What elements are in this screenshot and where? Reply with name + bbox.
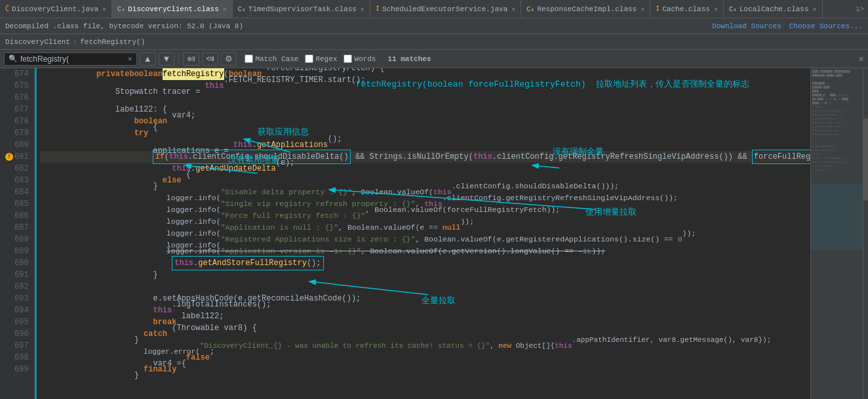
breadcrumb-discovery-client[interactable]: DiscoveryClient bbox=[5, 38, 70, 46]
search-clear-button[interactable]: ✕ bbox=[128, 54, 132, 63]
line-num-687: 687 bbox=[5, 222, 29, 234]
breadcrumb-bar: DiscoveryClient › fetchRegistry() bbox=[0, 34, 868, 50]
line-num-680: 680 bbox=[5, 139, 29, 151]
line-num-690: 690 bbox=[5, 257, 29, 269]
line-num-696: 696 bbox=[5, 328, 29, 340]
info-bar: Decompiled .class file, bytecode version… bbox=[0, 18, 868, 34]
tab-timed-class[interactable]: C₄ TimedSupervisorTask.class ✕ bbox=[233, 0, 370, 18]
regex-option[interactable]: Regex bbox=[305, 54, 337, 63]
info-bar-actions: Download Sources Choose Sources... bbox=[712, 22, 863, 30]
java-icon-2: I bbox=[376, 5, 380, 12]
search-separator bbox=[178, 54, 179, 64]
highlight-box-store: this.getAndStoreFullRegistry(); bbox=[172, 256, 323, 270]
code-line-694: this.logTotalInstances(); bbox=[40, 304, 810, 316]
line-num-698: 698 bbox=[5, 352, 29, 364]
tab-close-2[interactable]: ✕ bbox=[361, 5, 365, 13]
code-line-677: label122: { bbox=[40, 104, 810, 116]
line-num-675: 675 bbox=[5, 80, 29, 92]
search-input[interactable] bbox=[20, 54, 125, 64]
line-num-677: 677 bbox=[5, 104, 29, 116]
tab-response-class[interactable]: C₄ ResponseCacheImpl.class ✕ bbox=[521, 0, 650, 18]
search-matches: 11 matches bbox=[387, 55, 431, 63]
code-editor[interactable]: private boolean fetchRegistry(boolean fo… bbox=[35, 68, 810, 399]
regex-checkbox[interactable] bbox=[305, 54, 313, 63]
line-num-695: 695 bbox=[5, 316, 29, 328]
tab-close-1[interactable]: ✕ bbox=[223, 5, 227, 13]
line-num-691: 691 bbox=[5, 269, 29, 281]
search-find-usages-button[interactable]: ⊕Ⅱ bbox=[183, 52, 199, 66]
search-bar: 🔍 ✕ ▲ ▼ ⊕Ⅱ ⟲Ⅱ ⚙ Match Case Regex Words 1… bbox=[0, 50, 868, 68]
line-num-689: 689 bbox=[5, 245, 29, 257]
tab-scheduled-java[interactable]: I ScheduledExecutorService.java ✕ bbox=[370, 0, 521, 18]
code-line-693: e.setAppsHashCode(e.getReconcileHashCode… bbox=[40, 293, 810, 304]
warning-icon-681: ! bbox=[5, 153, 13, 161]
breadcrumb-sep: › bbox=[73, 37, 77, 47]
line-num-674: 674 bbox=[5, 68, 29, 80]
line-num-681: !681 bbox=[5, 151, 29, 163]
class-icon-3: C₄ bbox=[526, 5, 534, 13]
tab-close-4[interactable]: ✕ bbox=[641, 5, 644, 13]
highlight-box-force: forceFullRegistryFetch bbox=[752, 150, 810, 164]
line-num-686: 686 bbox=[5, 210, 29, 222]
line-num-697: 697 bbox=[5, 340, 29, 352]
mini-scrollbar: ████ ████████ ██████████ ████████ █████ … bbox=[810, 68, 863, 399]
mini-map-content: ████ ████████ ██████████ ████████ █████ … bbox=[811, 68, 863, 399]
tab-overflow[interactable]: 1> bbox=[852, 5, 868, 13]
code-line-675: Stopwatch tracer = this.FETCH_REGISTRY_T… bbox=[40, 80, 810, 92]
download-sources-link[interactable]: Download Sources bbox=[712, 22, 781, 30]
tab-bar: C̈ DiscoveryClient.java ✕ C₄ DiscoveryCl… bbox=[0, 0, 868, 18]
search-settings-button[interactable]: ⚙ bbox=[221, 52, 237, 66]
line-num-682: 682 bbox=[5, 163, 29, 175]
class-icon: C₄ bbox=[117, 5, 125, 13]
search-close-button[interactable]: ✕ bbox=[859, 53, 864, 64]
highlight-box-if: if(this.clientConfig.shouldDisableDelta(… bbox=[153, 150, 350, 164]
editor-container: 674 675 676 677 678 679 680 !681 682 683… bbox=[0, 68, 868, 399]
scrollbar-thumb[interactable] bbox=[863, 118, 868, 201]
choose-sources-link[interactable]: Choose Sources... bbox=[789, 22, 863, 30]
interface-icon: I bbox=[656, 5, 660, 12]
code-line-699: } finally { bbox=[40, 364, 810, 375]
tab-local-class[interactable]: C₄ LocalCache.class ✕ bbox=[724, 0, 823, 18]
line-num-693: 693 bbox=[5, 293, 29, 304]
search-next-button[interactable]: ▼ bbox=[159, 52, 175, 66]
search-options: Match Case Regex Words 11 matches bbox=[245, 54, 431, 63]
search-icon: 🔍 bbox=[9, 54, 18, 63]
line-numbers: 674 675 676 677 678 679 680 !681 682 683… bbox=[0, 68, 35, 399]
tab-cache-class[interactable]: I Cache.class ✕ bbox=[650, 0, 724, 18]
line-num-699: 699 bbox=[5, 364, 29, 375]
line-num-692: 692 bbox=[5, 281, 29, 293]
class-icon-4: C₄ bbox=[729, 5, 737, 13]
words-option[interactable]: Words bbox=[344, 54, 376, 63]
decompile-info: Decompiled .class file, bytecode version… bbox=[5, 22, 243, 30]
match-case-option[interactable]: Match Case bbox=[245, 54, 298, 63]
tab-discovery-java[interactable]: C̈ DiscoveryClient.java ✕ bbox=[0, 0, 112, 18]
code-lines: private boolean fetchRegistry(boolean fo… bbox=[35, 68, 810, 399]
search-replace-button[interactable]: ⟲Ⅱ bbox=[202, 52, 218, 66]
line-num-683: 683 bbox=[5, 175, 29, 186]
line-num-685: 685 bbox=[5, 198, 29, 210]
breadcrumb-fetch-registry[interactable]: fetchRegistry() bbox=[80, 38, 145, 46]
tab-close-3[interactable]: ✕ bbox=[511, 5, 515, 13]
line-num-676: 676 bbox=[5, 92, 29, 104]
tab-close-0[interactable]: ✕ bbox=[102, 5, 106, 13]
scrollbar-track[interactable] bbox=[863, 68, 868, 399]
search-input-wrap[interactable]: 🔍 ✕ bbox=[4, 52, 137, 66]
match-case-checkbox[interactable] bbox=[245, 54, 253, 63]
code-line-691: } bbox=[40, 269, 810, 281]
search-prev-button[interactable]: ▲ bbox=[140, 52, 156, 66]
line-num-684: 684 bbox=[5, 186, 29, 198]
java-icon: C̈ bbox=[5, 5, 9, 13]
code-line-695: break label122; bbox=[40, 316, 810, 328]
tab-close-5[interactable]: ✕ bbox=[714, 5, 718, 13]
line-num-694: 694 bbox=[5, 304, 29, 316]
tab-discovery-class[interactable]: C₄ DiscoveryClient.class ✕ bbox=[112, 0, 233, 18]
line-num-678: 678 bbox=[5, 116, 29, 127]
tab-close-6[interactable]: ✕ bbox=[813, 5, 817, 13]
line-num-679: 679 bbox=[5, 127, 29, 139]
line-num-688: 688 bbox=[5, 234, 29, 245]
class-icon-2: C₄ bbox=[238, 5, 246, 13]
words-checkbox[interactable] bbox=[344, 54, 352, 63]
